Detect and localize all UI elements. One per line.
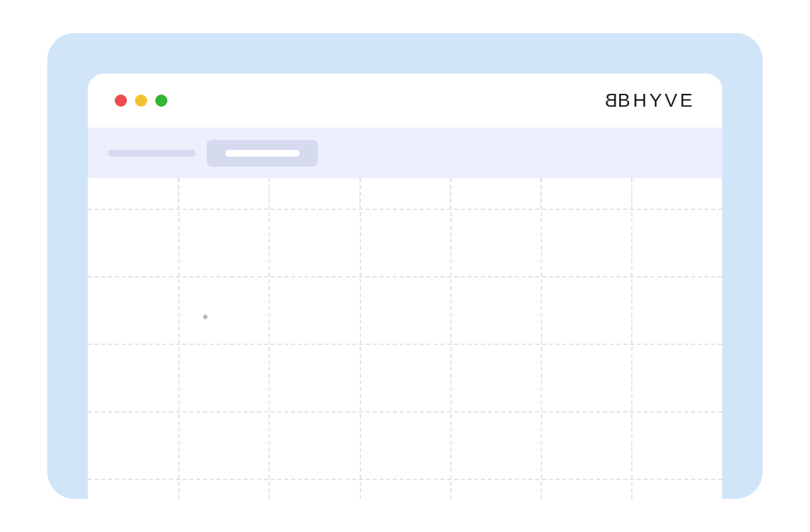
window-controls — [115, 95, 167, 107]
toolbar-button[interactable] — [207, 140, 318, 167]
grid-hline — [88, 411, 722, 413]
grid-hline — [88, 276, 722, 277]
calendar-grid — [88, 178, 722, 499]
cursor-marker-icon: ✱ — [202, 313, 208, 319]
outer-frame: BBHYVE — [47, 33, 763, 499]
grid-hline — [88, 209, 722, 210]
grid-hline — [88, 344, 722, 345]
grid-vline — [450, 178, 452, 499]
brand-logo: BBHYVE — [602, 90, 695, 111]
toolbar-button-label — [225, 150, 300, 157]
grid-hline — [88, 479, 722, 480]
grid-vline — [360, 178, 361, 499]
grid-vline — [269, 178, 270, 499]
title-bar: BBHYVE — [88, 74, 722, 128]
browser-window: BBHYVE — [88, 74, 722, 499]
close-button[interactable] — [115, 95, 127, 107]
grid-vline — [178, 178, 180, 499]
minimize-button[interactable] — [135, 95, 147, 107]
brand-text: BHYVE — [618, 90, 695, 111]
toolbar-placeholder-1[interactable] — [108, 150, 196, 157]
brand-b-icon: B — [602, 90, 618, 111]
grid-vline — [541, 178, 542, 499]
maximize-button[interactable] — [155, 95, 167, 107]
calendar-area[interactable]: ✱ — [88, 178, 722, 499]
grid-vline — [631, 178, 632, 499]
toolbar — [88, 128, 722, 178]
